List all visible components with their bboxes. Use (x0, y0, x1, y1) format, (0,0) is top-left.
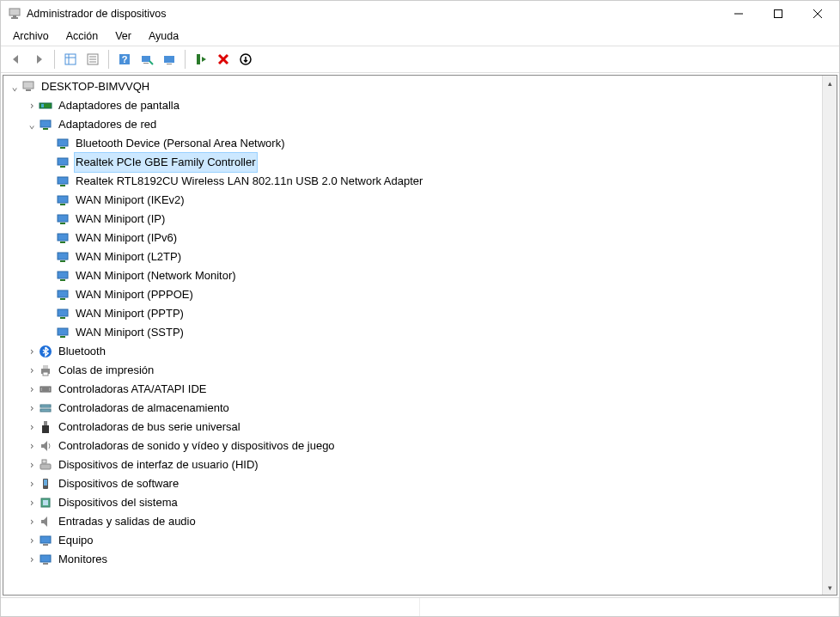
tree-item-wan-ikev2[interactable]: WAN Miniport (IKEv2) (7, 191, 822, 210)
tree-category-bluetooth[interactable]: › Bluetooth (7, 342, 822, 361)
svg-rect-19 (167, 64, 172, 64)
tree-category-ata-atapi[interactable]: › Controladoras ATA/ATAPI IDE (7, 380, 822, 399)
expander-icon[interactable]: › (26, 399, 38, 418)
tree-category-usb[interactable]: › Controladoras de bus serie universal (7, 418, 822, 437)
update-driver-button[interactable] (159, 49, 180, 70)
tree-category-software-dev[interactable]: › Dispositivos de software (7, 474, 822, 493)
expander-icon[interactable]: ⌄ (26, 115, 38, 134)
properties-button[interactable] (82, 49, 103, 70)
tree-label: WAN Miniport (IPv6) (74, 229, 179, 247)
minimize-button[interactable] (719, 1, 758, 27)
expander-icon[interactable]: › (26, 550, 38, 569)
expander-icon[interactable]: › (26, 361, 38, 380)
expander-icon[interactable]: › (26, 493, 38, 512)
svg-rect-50 (58, 328, 68, 335)
tree-item-wan-netmon[interactable]: WAN Miniport (Network Monitor) (7, 266, 822, 285)
tree-item-wan-sstp[interactable]: WAN Miniport (SSTP) (7, 323, 822, 342)
tree-category-storage[interactable]: › Controladoras de almacenamiento (7, 399, 822, 418)
svg-rect-27 (41, 104, 44, 107)
svg-rect-44 (58, 272, 68, 278)
tree-label: Controladoras de almacenamiento (57, 399, 231, 418)
tree-label: WAN Miniport (PPTP) (74, 304, 186, 323)
toolbar-sep (185, 50, 186, 69)
expander-icon[interactable]: › (26, 96, 38, 115)
tree-label: Adaptadores de red (57, 115, 158, 134)
network-adapter-icon (55, 211, 70, 227)
maximize-button[interactable] (758, 1, 798, 27)
enable-device-button[interactable] (191, 49, 211, 70)
menu-file[interactable]: Archivo (6, 28, 56, 44)
svg-rect-72 (43, 563, 48, 565)
svg-rect-4 (775, 10, 782, 18)
tree-label: Colas de impresión (57, 361, 155, 380)
statusbar (1, 597, 839, 616)
tree-category-network[interactable]: ⌄ Adaptadores de red (7, 115, 822, 134)
tree-category-display[interactable]: › Adaptadores de pantalla (7, 96, 822, 115)
usb-icon (38, 419, 53, 435)
expander-icon[interactable]: ⌄ (9, 77, 21, 96)
show-hide-console-button[interactable] (60, 49, 81, 70)
network-adapter-icon (55, 268, 70, 284)
bluetooth-icon (38, 344, 53, 359)
forward-button[interactable] (28, 49, 49, 70)
svg-rect-2 (13, 15, 16, 17)
disable-device-button[interactable] (235, 49, 256, 70)
help-button[interactable]: ? (114, 49, 135, 70)
scroll-track[interactable] (823, 90, 837, 580)
tree-category-monitors[interactable]: › Monitores (7, 550, 822, 569)
menu-help[interactable]: Ayuda (142, 28, 186, 44)
tree-category-audio-io[interactable]: › Entradas y salidas de audio (7, 512, 822, 531)
tree-category-sound-video[interactable]: › Controladoras de sonido y vídeo y disp… (7, 437, 822, 455)
network-adapter-icon (55, 249, 70, 265)
tree-label: Realtek PCIe GBE Family Controller (74, 152, 258, 173)
tree-category-hid[interactable]: › Dispositivos de interfaz de usuario (H… (7, 455, 822, 474)
hid-icon (38, 457, 53, 473)
svg-rect-40 (58, 234, 68, 241)
device-tree[interactable]: ⌄ DESKTOP-BIMVVQH › Adaptadores de panta… (3, 76, 822, 595)
network-adapter-icon (55, 306, 70, 321)
tree-item-wan-ip[interactable]: WAN Miniport (IP) (7, 210, 822, 229)
tree-item-realtek-wlan[interactable]: Realtek RTL8192CU Wireless LAN 802.11n U… (7, 172, 822, 191)
menu-view[interactable]: Ver (108, 28, 138, 44)
window-controls (719, 1, 837, 27)
expander-icon[interactable]: › (26, 455, 38, 474)
network-adapter-icon (38, 117, 53, 132)
expander-icon[interactable]: › (26, 380, 38, 399)
printer-icon (38, 363, 53, 378)
system-device-icon (38, 495, 53, 510)
vertical-scrollbar[interactable]: ▴ ▾ (822, 76, 837, 595)
tree-item-bt-pan[interactable]: Bluetooth Device (Personal Area Network) (7, 134, 822, 153)
network-adapter-icon (55, 155, 70, 170)
expander-icon[interactable]: › (26, 418, 38, 437)
uninstall-device-button[interactable] (213, 49, 234, 70)
svg-text:?: ? (122, 54, 128, 64)
svg-rect-37 (60, 204, 65, 205)
close-button[interactable] (798, 1, 837, 27)
tree-item-realtek-gbe[interactable]: Realtek PCIe GBE Family Controller (7, 153, 822, 172)
scroll-up-button[interactable]: ▴ (823, 76, 837, 90)
tree-category-system-dev[interactable]: › Dispositivos del sistema (7, 493, 822, 512)
expander-icon[interactable]: › (26, 342, 38, 361)
tree-item-wan-pptp[interactable]: WAN Miniport (PPTP) (7, 304, 822, 323)
expander-icon[interactable]: › (26, 512, 38, 531)
menu-action[interactable]: Acción (59, 28, 106, 44)
scan-hardware-button[interactable] (137, 49, 157, 70)
svg-rect-36 (58, 196, 68, 203)
tree-item-wan-pppoe[interactable]: WAN Miniport (PPPOE) (7, 285, 822, 304)
expander-icon[interactable]: › (26, 474, 38, 493)
tree-category-print-queues[interactable]: › Colas de impresión (7, 361, 822, 380)
svg-rect-33 (60, 166, 65, 168)
network-adapter-icon (55, 230, 70, 246)
main-pane: ⌄ DESKTOP-BIMVVQH › Adaptadores de panta… (3, 75, 837, 596)
tree-item-wan-l2tp[interactable]: WAN Miniport (L2TP) (7, 247, 822, 266)
tree-category-computer[interactable]: › Equipo (7, 531, 822, 550)
expander-icon[interactable]: › (26, 531, 38, 550)
expander-icon[interactable]: › (26, 437, 38, 455)
tree-root[interactable]: ⌄ DESKTOP-BIMVVQH (7, 77, 822, 96)
statusbar-pane (420, 598, 839, 616)
svg-rect-41 (60, 241, 65, 243)
back-button[interactable] (6, 49, 27, 70)
tree-item-wan-ipv6[interactable]: WAN Miniport (IPv6) (7, 229, 822, 247)
scroll-down-button[interactable]: ▾ (823, 580, 837, 595)
svg-rect-29 (43, 128, 48, 130)
